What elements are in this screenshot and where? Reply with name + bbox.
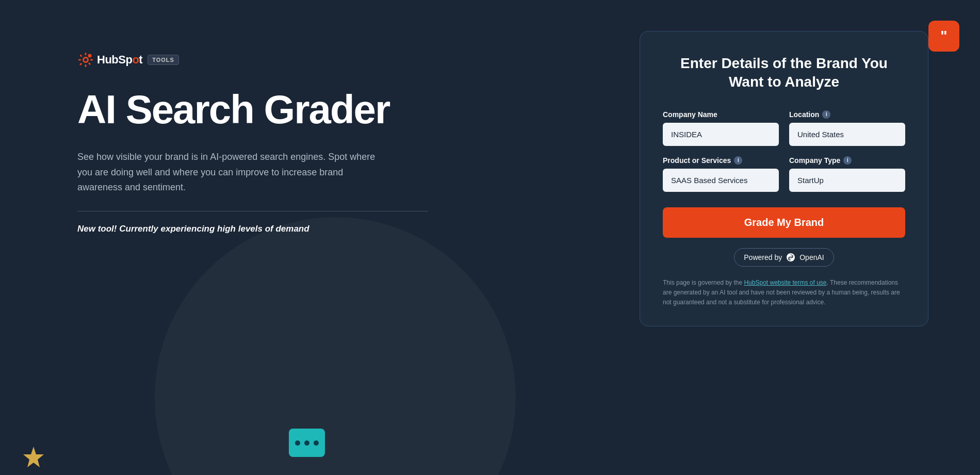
location-info-icon[interactable]: i bbox=[822, 110, 830, 119]
company-name-group: Company Name bbox=[663, 110, 779, 146]
location-group: Location i bbox=[789, 110, 905, 146]
star-decoration bbox=[21, 444, 46, 470]
svg-rect-3 bbox=[85, 64, 87, 67]
form-row-2: Product or Services i Company Type i bbox=[663, 156, 905, 192]
quote-icon: " bbox=[940, 29, 947, 43]
spot-text: Sp bbox=[118, 53, 132, 66]
svg-rect-5 bbox=[90, 59, 93, 61]
hubspot-text: HubSpot bbox=[97, 53, 142, 67]
hubspot-logo: HubSpot bbox=[77, 52, 142, 68]
product-services-label: Product or Services i bbox=[663, 156, 779, 165]
svg-rect-8 bbox=[79, 63, 83, 66]
robot-dot-2 bbox=[304, 440, 309, 446]
company-type-label: Company Type i bbox=[789, 156, 905, 165]
bg-decoration bbox=[155, 217, 516, 475]
svg-rect-2 bbox=[85, 53, 87, 55]
testimonial-button[interactable]: " bbox=[928, 21, 959, 52]
svg-rect-7 bbox=[88, 62, 91, 65]
divider bbox=[77, 211, 428, 211]
form-card: Enter Details of the Brand You Want to A… bbox=[640, 31, 928, 326]
powered-by-label: Powered by bbox=[744, 253, 782, 261]
company-type-group: Company Type i bbox=[789, 156, 905, 192]
powered-badge: Powered by OpenAI bbox=[734, 248, 834, 267]
location-label: Location i bbox=[789, 110, 905, 119]
terms-link[interactable]: HubSpot website terms of use bbox=[744, 279, 826, 286]
robot-dot-3 bbox=[314, 440, 319, 446]
svg-rect-4 bbox=[78, 59, 81, 61]
form-row-1: Company Name Location i bbox=[663, 110, 905, 146]
company-type-info-icon[interactable]: i bbox=[843, 156, 852, 165]
hubspot-sprocket-icon bbox=[77, 52, 94, 68]
page-title: AI Search Grader bbox=[77, 89, 428, 131]
company-type-input[interactable] bbox=[789, 169, 905, 192]
openai-label: OpenAI bbox=[799, 253, 824, 261]
robot-decoration bbox=[284, 429, 330, 475]
product-info-icon[interactable]: i bbox=[734, 156, 742, 165]
svg-rect-6 bbox=[79, 54, 83, 57]
hero-section: HubSpot TOOLS AI Search Grader See how v… bbox=[77, 52, 428, 234]
grade-my-brand-button[interactable]: Grade My Brand bbox=[663, 207, 905, 238]
disclaimer-text: This page is governed by the HubSpot web… bbox=[663, 278, 905, 308]
product-services-group: Product or Services i bbox=[663, 156, 779, 192]
hero-description: See how visible your brand is in AI-powe… bbox=[77, 150, 387, 195]
t-text: t bbox=[139, 53, 142, 66]
tools-badge: TOOLS bbox=[148, 55, 179, 65]
svg-point-12 bbox=[787, 253, 795, 261]
company-name-input[interactable] bbox=[663, 123, 779, 146]
form-title: Enter Details of the Brand You Want to A… bbox=[663, 54, 905, 92]
product-services-input[interactable] bbox=[663, 169, 779, 192]
logo-area: HubSpot TOOLS bbox=[77, 52, 428, 68]
powered-by-section: Powered by OpenAI bbox=[663, 248, 905, 267]
svg-point-1 bbox=[84, 58, 87, 61]
robot-dot-1 bbox=[295, 440, 300, 446]
new-tool-notice: New tool! Currently experiencing high le… bbox=[77, 224, 428, 234]
svg-marker-11 bbox=[23, 447, 44, 467]
location-input[interactable] bbox=[789, 123, 905, 146]
svg-point-10 bbox=[88, 54, 92, 58]
openai-icon bbox=[786, 253, 795, 262]
company-name-label: Company Name bbox=[663, 110, 779, 119]
hub-text: Hub bbox=[97, 53, 118, 66]
